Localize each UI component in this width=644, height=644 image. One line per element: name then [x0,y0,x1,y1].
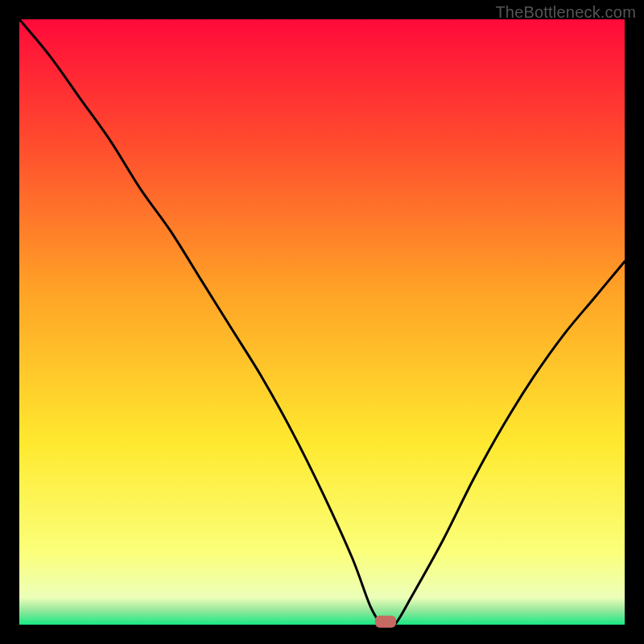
bottleneck-chart [0,0,644,644]
watermark-text: TheBottleneck.com [495,3,636,22]
plot-background [19,19,625,625]
optimal-marker [375,616,396,628]
chart-container: TheBottleneck.com [0,0,644,644]
